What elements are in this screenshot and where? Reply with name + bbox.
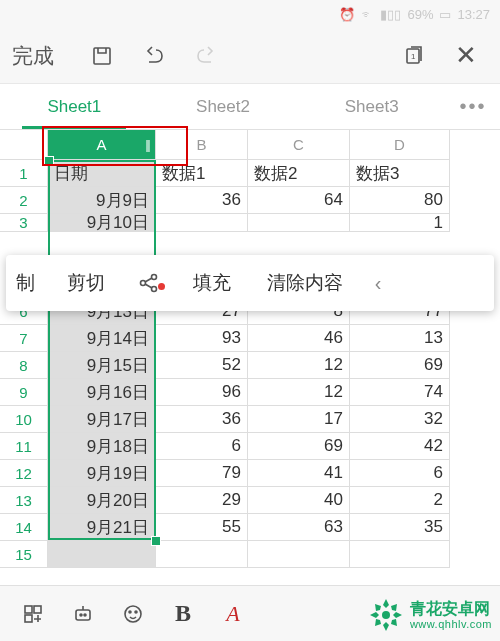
cell[interactable]: 96	[156, 379, 248, 406]
cell[interactable]: 35	[350, 514, 450, 541]
keyboard-button[interactable]	[8, 592, 58, 636]
tab-sheet2[interactable]: Sheet2	[149, 84, 298, 129]
robot-icon	[71, 602, 95, 626]
cell[interactable]: 55	[156, 514, 248, 541]
cell[interactable]: 41	[248, 460, 350, 487]
sheet-more-button[interactable]: •••	[446, 95, 500, 118]
save-button[interactable]	[80, 34, 124, 78]
table-row: 13 9月20日 29 40 2	[0, 487, 500, 514]
cell[interactable]: 9月20日	[48, 487, 156, 514]
cell[interactable]	[350, 541, 450, 568]
bold-button[interactable]: B	[158, 592, 208, 636]
cell[interactable]	[156, 214, 248, 232]
row-header[interactable]: 2	[0, 187, 48, 214]
cell[interactable]: 2	[350, 487, 450, 514]
cell[interactable]: 12	[248, 379, 350, 406]
cell[interactable]: 52	[156, 352, 248, 379]
cell[interactable]: 32	[350, 406, 450, 433]
cell[interactable]: 1	[350, 214, 450, 232]
cell[interactable]	[248, 214, 350, 232]
cell[interactable]: 6	[156, 433, 248, 460]
undo-icon	[142, 44, 166, 68]
cell[interactable]: 9月10日	[48, 214, 156, 232]
column-resize-handle[interactable]: ‖	[145, 138, 151, 152]
select-all-corner[interactable]	[0, 130, 48, 160]
row-header[interactable]: 13	[0, 487, 48, 514]
cell[interactable]	[156, 541, 248, 568]
cell[interactable]: 36	[156, 187, 248, 214]
cell[interactable]: 80	[350, 187, 450, 214]
cell[interactable]: 数据2	[248, 160, 350, 187]
redo-icon	[194, 44, 218, 68]
cell[interactable]: 9月14日	[48, 325, 156, 352]
cell[interactable]: 36	[156, 406, 248, 433]
row-header[interactable]: 3	[0, 214, 48, 232]
share-action[interactable]	[123, 271, 175, 295]
cell[interactable]: 9月18日	[48, 433, 156, 460]
table-row: 10 9月17日 36 17 32	[0, 406, 500, 433]
undo-button[interactable]	[132, 34, 176, 78]
context-more-button[interactable]: ‹	[361, 272, 395, 295]
cell[interactable]: 93	[156, 325, 248, 352]
table-row: 3 9月10日 1	[0, 214, 500, 232]
fill-action[interactable]: 填充	[175, 255, 249, 311]
clear-action[interactable]: 清除内容	[249, 255, 361, 311]
row-header[interactable]: 1	[0, 160, 48, 187]
row-header[interactable]: 14	[0, 514, 48, 541]
tab-sheet1[interactable]: Sheet1	[0, 84, 149, 129]
font-color-icon: A	[226, 601, 239, 627]
cell[interactable]: 9月9日	[48, 187, 156, 214]
cut-action[interactable]: 剪切	[49, 255, 123, 311]
row-header[interactable]: 11	[0, 433, 48, 460]
cell[interactable]: 9月17日	[48, 406, 156, 433]
cell[interactable]: 9月19日	[48, 460, 156, 487]
font-color-button[interactable]: A	[208, 592, 258, 636]
copy-sheet-button[interactable]: 1	[392, 34, 436, 78]
col-header-a[interactable]: A‖	[48, 130, 156, 160]
col-header-c[interactable]: C	[248, 130, 350, 160]
cell[interactable]: 69	[350, 352, 450, 379]
watermark-title: 青花安卓网	[410, 600, 492, 618]
cell[interactable]: 日期	[48, 160, 156, 187]
cell[interactable]: 9月21日	[48, 514, 156, 541]
done-button[interactable]: 完成	[12, 42, 54, 70]
cell[interactable]: 17	[248, 406, 350, 433]
table-row: 15	[0, 541, 500, 568]
copy-action[interactable]: 制	[6, 255, 49, 311]
cell[interactable]: 13	[350, 325, 450, 352]
cell[interactable]: 46	[248, 325, 350, 352]
assistant-button[interactable]	[58, 592, 108, 636]
close-button[interactable]: ✕	[444, 34, 488, 78]
cell[interactable]: 42	[350, 433, 450, 460]
cell[interactable]: 数据1	[156, 160, 248, 187]
cell[interactable]: 数据3	[350, 160, 450, 187]
redo-button	[184, 34, 228, 78]
row-header[interactable]: 9	[0, 379, 48, 406]
cell[interactable]: 40	[248, 487, 350, 514]
cell[interactable]: 64	[248, 187, 350, 214]
row-header[interactable]: 10	[0, 406, 48, 433]
row-header[interactable]: 15	[0, 541, 48, 568]
cell[interactable]: 12	[248, 352, 350, 379]
cell[interactable]: 63	[248, 514, 350, 541]
cell[interactable]: 9月15日	[48, 352, 156, 379]
table-row: 2 9月9日 36 64 80	[0, 187, 500, 214]
spreadsheet-grid[interactable]: A‖ B C D 1 日期 数据1 数据2 数据3 2 9月9日 36 64 8…	[0, 130, 500, 568]
cell[interactable]: 69	[248, 433, 350, 460]
table-row: 11 9月18日 6 69 42	[0, 433, 500, 460]
cell[interactable]	[248, 541, 350, 568]
emoji-button[interactable]	[108, 592, 158, 636]
col-header-b[interactable]: B	[156, 130, 248, 160]
table-row: 8 9月15日 52 12 69	[0, 352, 500, 379]
cell[interactable]: 79	[156, 460, 248, 487]
cell[interactable]: 6	[350, 460, 450, 487]
cell[interactable]: 9月16日	[48, 379, 156, 406]
cell[interactable]: 74	[350, 379, 450, 406]
cell[interactable]	[48, 541, 156, 568]
col-header-d[interactable]: D	[350, 130, 450, 160]
row-header[interactable]: 7	[0, 325, 48, 352]
cell[interactable]: 29	[156, 487, 248, 514]
row-header[interactable]: 12	[0, 460, 48, 487]
tab-sheet3[interactable]: Sheet3	[297, 84, 446, 129]
row-header[interactable]: 8	[0, 352, 48, 379]
